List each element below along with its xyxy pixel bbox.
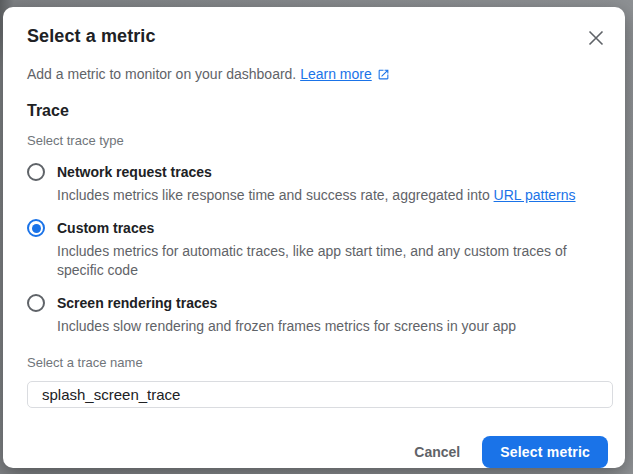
option-description: Includes metrics like response time and …: [57, 186, 608, 205]
url-patterns-link[interactable]: URL patterns: [494, 187, 576, 203]
trace-name-label: Select a trace name: [27, 355, 608, 371]
select-metric-dialog: Select a metric Add a metric to monitor …: [3, 7, 625, 468]
dialog-footer: Cancel Select metric: [27, 436, 608, 468]
radio-icon[interactable]: [27, 219, 45, 237]
radio-row-screen-rendering-traces[interactable]: Screen rendering traces: [27, 293, 608, 313]
option-description: Includes slow rendering and frozen frame…: [57, 317, 608, 336]
option-description-text: Includes metrics like response time and …: [57, 187, 494, 203]
option-network-request-traces: Network request traces Includes metrics …: [27, 162, 608, 205]
backdrop: { "dialog": { "title": "Select a metric"…: [0, 0, 633, 474]
learn-more-link[interactable]: Learn more: [300, 65, 390, 84]
close-icon: [588, 30, 604, 46]
option-custom-traces: Custom traces Includes metrics for autom…: [27, 218, 608, 280]
option-label: Network request traces: [57, 162, 212, 182]
external-link-icon: [377, 68, 390, 81]
learn-more-label: Learn more: [300, 65, 372, 84]
select-metric-button[interactable]: Select metric: [482, 436, 608, 468]
option-description-text: Includes slow rendering and frozen frame…: [57, 318, 516, 334]
option-label: Screen rendering traces: [57, 293, 217, 313]
cancel-button[interactable]: Cancel: [398, 436, 476, 468]
option-description-text: Includes metrics for automatic traces, l…: [57, 243, 567, 278]
radio-row-network-request-traces[interactable]: Network request traces: [27, 162, 608, 182]
option-screen-rendering-traces: Screen rendering traces Includes slow re…: [27, 293, 608, 336]
trace-name-input[interactable]: [27, 381, 613, 408]
dialog-description-text: Add a metric to monitor on your dashboar…: [27, 66, 296, 82]
dialog-title: Select a metric: [27, 24, 156, 49]
dialog-header: Select a metric: [27, 24, 608, 50]
close-button[interactable]: [584, 26, 608, 50]
radio-icon[interactable]: [27, 294, 45, 312]
trace-type-label: Select trace type: [27, 133, 608, 149]
radio-icon[interactable]: [27, 163, 45, 181]
radio-row-custom-traces[interactable]: Custom traces: [27, 218, 608, 238]
option-label: Custom traces: [57, 218, 154, 238]
option-description: Includes metrics for automatic traces, l…: [57, 242, 608, 280]
dialog-description: Add a metric to monitor on your dashboar…: [27, 65, 608, 84]
section-title-trace: Trace: [27, 101, 608, 121]
